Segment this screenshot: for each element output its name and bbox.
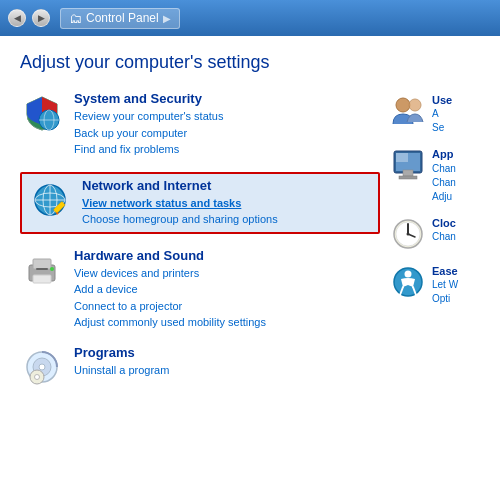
appearance-title: App bbox=[432, 147, 456, 161]
view-devices-link[interactable]: View devices and printers bbox=[74, 265, 266, 282]
hardware-sound-icon bbox=[20, 248, 64, 292]
appearance-link1[interactable]: Chan bbox=[432, 162, 456, 176]
user-accounts-title: Use bbox=[432, 93, 452, 107]
category-hardware-sound: Hardware and Sound View devices and prin… bbox=[20, 248, 380, 331]
breadcrumb-arrow: ▶ bbox=[163, 13, 171, 24]
user-accounts-link2[interactable]: Se bbox=[432, 121, 452, 135]
svg-rect-11 bbox=[33, 259, 51, 269]
panels-wrapper: System and Security Review your computer… bbox=[20, 91, 480, 403]
user-accounts-link1[interactable]: A bbox=[432, 107, 452, 121]
folder-icon: 🗂 bbox=[69, 11, 82, 26]
review-status-link[interactable]: Review your computer's status bbox=[74, 108, 223, 125]
svg-rect-12 bbox=[33, 275, 51, 283]
view-network-status-link[interactable]: View network status and tasks bbox=[82, 195, 278, 212]
svg-rect-24 bbox=[396, 153, 408, 162]
network-internet-content: Network and Internet View network status… bbox=[82, 178, 278, 228]
svg-point-17 bbox=[39, 364, 45, 370]
right-clock: Cloc Chan bbox=[390, 216, 480, 252]
svg-point-20 bbox=[396, 98, 410, 112]
programs-title: Programs bbox=[74, 345, 169, 360]
breadcrumb-label: Control Panel bbox=[86, 11, 159, 25]
back-button[interactable]: ◀ bbox=[8, 9, 26, 27]
clock-link1[interactable]: Chan bbox=[432, 230, 456, 244]
programs-icon bbox=[20, 345, 64, 389]
content-area: Adjust your computer's settings bbox=[0, 36, 500, 500]
network-internet-icon bbox=[28, 178, 72, 222]
address-bar[interactable]: 🗂 Control Panel ▶ bbox=[60, 8, 180, 29]
appearance-icon bbox=[390, 147, 426, 183]
right-user-accounts: Use A Se bbox=[390, 93, 480, 135]
fix-problems-link[interactable]: Find and fix problems bbox=[74, 141, 223, 158]
svg-rect-26 bbox=[399, 176, 417, 179]
mobility-link[interactable]: Adjust commonly used mobility settings bbox=[74, 314, 266, 331]
svg-rect-25 bbox=[403, 170, 413, 176]
add-device-link[interactable]: Add a device bbox=[74, 281, 266, 298]
ease-link1[interactable]: Let W bbox=[432, 278, 458, 292]
uninstall-link[interactable]: Uninstall a program bbox=[74, 362, 169, 379]
hardware-sound-title: Hardware and Sound bbox=[74, 248, 266, 263]
category-system-security: System and Security Review your computer… bbox=[20, 91, 380, 158]
hardware-sound-content: Hardware and Sound View devices and prin… bbox=[74, 248, 266, 331]
right-panel: Use A Se App Ch bbox=[390, 91, 480, 403]
ease-title: Ease bbox=[432, 264, 458, 278]
left-panel: System and Security Review your computer… bbox=[20, 91, 390, 403]
right-appearance: App Chan Chan Adju bbox=[390, 147, 480, 203]
forward-button[interactable]: ▶ bbox=[32, 9, 50, 27]
programs-content: Programs Uninstall a program bbox=[74, 345, 169, 379]
svg-point-31 bbox=[407, 232, 410, 235]
appearance-content: App Chan Chan Adju bbox=[432, 147, 456, 203]
clock-title: Cloc bbox=[432, 216, 456, 230]
network-internet-title: Network and Internet bbox=[82, 178, 278, 193]
category-network-internet: Network and Internet View network status… bbox=[20, 172, 380, 234]
homegroup-link[interactable]: Choose homegroup and sharing options bbox=[82, 211, 278, 228]
clock-icon bbox=[390, 216, 426, 252]
svg-point-19 bbox=[35, 374, 40, 379]
titlebar: ◀ ▶ 🗂 Control Panel ▶ bbox=[0, 0, 500, 36]
category-programs: Programs Uninstall a program bbox=[20, 345, 380, 389]
user-accounts-icon bbox=[390, 93, 426, 129]
system-security-content: System and Security Review your computer… bbox=[74, 91, 223, 158]
ease-content: Ease Let W Opti bbox=[432, 264, 458, 306]
svg-point-14 bbox=[50, 267, 54, 271]
clock-content: Cloc Chan bbox=[432, 216, 456, 244]
ease-icon bbox=[390, 264, 426, 300]
right-ease: Ease Let W Opti bbox=[390, 264, 480, 306]
svg-point-21 bbox=[409, 99, 421, 111]
svg-point-33 bbox=[405, 270, 412, 277]
system-security-icon bbox=[20, 91, 64, 135]
backup-link[interactable]: Back up your computer bbox=[74, 125, 223, 142]
appearance-link2[interactable]: Chan bbox=[432, 176, 456, 190]
svg-rect-13 bbox=[36, 268, 48, 270]
page-title: Adjust your computer's settings bbox=[20, 52, 480, 73]
ease-link2[interactable]: Opti bbox=[432, 292, 458, 306]
user-accounts-content: Use A Se bbox=[432, 93, 452, 135]
system-security-title: System and Security bbox=[74, 91, 223, 106]
appearance-link3[interactable]: Adju bbox=[432, 190, 456, 204]
projector-link[interactable]: Connect to a projector bbox=[74, 298, 266, 315]
